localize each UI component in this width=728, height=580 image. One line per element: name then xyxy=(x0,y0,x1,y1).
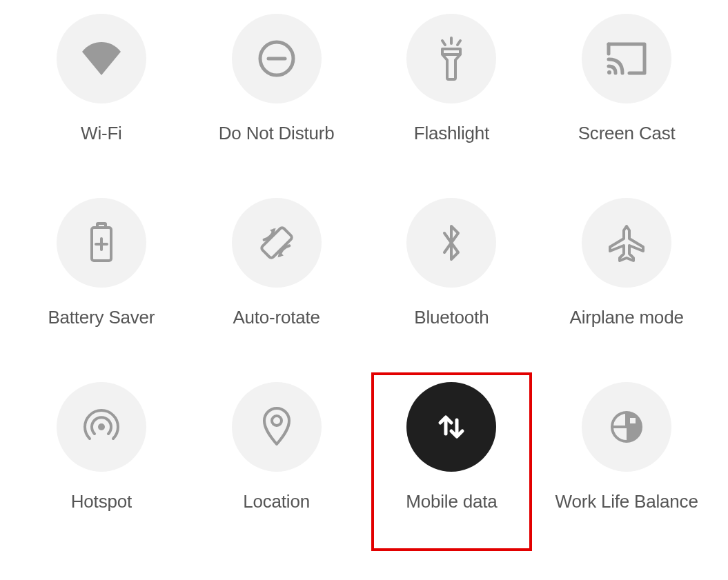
wifi-icon xyxy=(57,14,146,103)
tile-label: Flashlight xyxy=(414,123,489,144)
tile-location[interactable]: Location xyxy=(189,375,364,559)
rotate-icon xyxy=(232,198,322,288)
tile-wifi[interactable]: Wi-Fi xyxy=(14,7,189,191)
tile-mobile-data[interactable]: Mobile data xyxy=(364,375,540,559)
cast-icon xyxy=(582,14,671,103)
worklife-icon xyxy=(582,382,671,472)
dnd-icon xyxy=(232,14,322,103)
data-icon xyxy=(406,382,496,472)
tile-dnd[interactable]: Do Not Disturb xyxy=(189,7,364,191)
tile-label: Mobile data xyxy=(406,491,497,512)
tile-label: Do Not Disturb xyxy=(219,123,335,144)
tile-work-life[interactable]: Work Life Balance xyxy=(539,375,714,559)
svg-point-14 xyxy=(98,423,105,430)
tile-label: Hotspot xyxy=(71,491,132,512)
hotspot-icon xyxy=(57,382,146,472)
tile-screen-cast[interactable]: Screen Cast xyxy=(539,7,714,191)
tile-label: Auto-rotate xyxy=(233,307,319,328)
svg-line-4 xyxy=(458,41,460,45)
flashlight-icon xyxy=(406,14,496,103)
svg-rect-17 xyxy=(630,418,636,423)
svg-line-3 xyxy=(442,41,445,45)
tile-battery-saver[interactable]: Battery Saver xyxy=(14,191,189,375)
tile-label: Bluetooth xyxy=(414,307,489,328)
tile-hotspot[interactable]: Hotspot xyxy=(14,375,189,559)
tile-label: Screen Cast xyxy=(578,123,676,144)
tile-bluetooth[interactable]: Bluetooth xyxy=(364,191,540,375)
svg-rect-11 xyxy=(260,227,293,259)
tile-label: Wi-Fi xyxy=(81,123,122,144)
tile-label: Location xyxy=(243,491,310,512)
bluetooth-icon xyxy=(406,198,496,288)
airplane-icon xyxy=(582,198,671,288)
tile-flashlight[interactable]: Flashlight xyxy=(364,7,540,191)
tile-label: Work Life Balance xyxy=(555,491,698,512)
tile-auto-rotate[interactable]: Auto-rotate xyxy=(189,191,364,375)
quick-settings-grid: Wi-Fi Do Not Disturb Flashlight xyxy=(0,0,728,580)
location-icon xyxy=(232,382,322,472)
tile-airplane[interactable]: Airplane mode xyxy=(539,191,714,375)
tile-label: Battery Saver xyxy=(48,307,155,328)
svg-point-15 xyxy=(272,416,282,426)
tile-label: Airplane mode xyxy=(570,307,684,328)
svg-point-6 xyxy=(607,70,611,74)
battery-icon xyxy=(57,198,146,288)
